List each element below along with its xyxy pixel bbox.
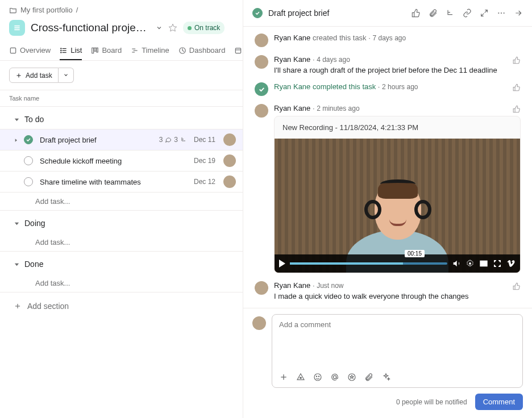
breadcrumb: My first portfolio /: [0, 0, 243, 14]
gear-icon[interactable]: [466, 259, 475, 268]
svg-point-31: [469, 262, 471, 265]
add-task-dropdown[interactable]: [59, 68, 74, 83]
close-panel-icon[interactable]: [514, 9, 523, 18]
like-icon[interactable]: [513, 282, 521, 292]
ai-icon[interactable]: [381, 373, 390, 382]
tab-dashboard[interactable]: Dashboard: [178, 43, 226, 60]
section-todo[interactable]: To do: [0, 107, 243, 129]
volume-icon[interactable]: [452, 259, 461, 268]
assignee-avatar[interactable]: [223, 175, 236, 188]
section-done[interactable]: Done: [0, 252, 243, 274]
comment-button[interactable]: Comment: [475, 394, 523, 410]
tab-overview[interactable]: Overview: [9, 43, 51, 60]
svg-point-37: [314, 374, 321, 381]
task-due: Dec 19: [192, 157, 215, 165]
attachment-icon[interactable]: [364, 373, 373, 382]
task-complete-check[interactable]: [24, 177, 33, 186]
assignee-avatar[interactable]: [223, 154, 236, 167]
like-icon[interactable]: [513, 56, 521, 66]
task-row-draft-brief[interactable]: Draft project brief 3 3 Dec 11: [0, 129, 243, 151]
avatar: [252, 316, 266, 330]
avatar[interactable]: [255, 34, 268, 47]
task-row-kickoff[interactable]: Schedule kickoff meeting Dec 19: [0, 150, 243, 172]
comment-icon: [165, 136, 172, 143]
task-complete-check[interactable]: [24, 135, 33, 144]
vimeo-icon[interactable]: [506, 259, 516, 268]
tab-timeline[interactable]: Timeline: [131, 43, 169, 60]
attachment-icon[interactable]: [429, 9, 438, 18]
subtask-icon[interactable]: [446, 9, 455, 18]
svg-point-40: [333, 375, 336, 378]
tab-list[interactable]: List: [60, 43, 82, 60]
status-dot-icon: [188, 26, 192, 30]
expand-icon[interactable]: [480, 9, 489, 18]
video-time: 00:15: [405, 250, 425, 257]
chevron-down-icon: [14, 261, 20, 267]
pip-icon[interactable]: [479, 259, 488, 268]
breadcrumb-sep: /: [76, 6, 78, 14]
avatar[interactable]: [255, 104, 268, 118]
add-section-button[interactable]: Add section: [0, 292, 243, 320]
detail-title[interactable]: Draft project brief: [268, 9, 406, 18]
avatar[interactable]: [255, 55, 268, 69]
status-pill[interactable]: On track: [183, 22, 225, 34]
fullscreen-icon[interactable]: [493, 259, 502, 268]
task-name: Schedule kickoff meeting: [38, 157, 187, 165]
svg-rect-11: [92, 48, 94, 53]
svg-point-8: [61, 48, 61, 48]
svg-point-39: [318, 376, 319, 377]
record-icon[interactable]: [296, 373, 305, 382]
tab-board[interactable]: Board: [91, 43, 122, 60]
like-icon[interactable]: [412, 9, 421, 18]
add-task-inline-done[interactable]: Add task...: [0, 274, 243, 292]
svg-marker-25: [15, 263, 19, 266]
svg-point-10: [61, 52, 61, 52]
expand-icon[interactable]: [14, 136, 19, 144]
plus-icon[interactable]: [279, 373, 288, 382]
task-due: Dec 11: [192, 136, 215, 144]
add-task-button[interactable]: Add task: [9, 68, 59, 83]
section-doing[interactable]: Doing: [0, 211, 243, 233]
project-title[interactable]: Cross-functional projec...: [31, 22, 150, 34]
project-icon[interactable]: [9, 20, 25, 36]
appreciation-icon[interactable]: [347, 373, 356, 382]
activity-comment-video: Ryan Kane · 2 minutes ago New Recording …: [255, 104, 521, 273]
link-icon[interactable]: [463, 9, 472, 18]
add-task-inline-doing[interactable]: Add task...: [0, 233, 243, 252]
video-title: New Recording - 11/18/2024, 4:21:33 PM: [275, 116, 520, 139]
notify-text: 0 people will be notified: [396, 398, 467, 406]
status-label: On track: [194, 24, 220, 32]
emoji-icon[interactable]: [313, 373, 322, 382]
task-name: Share timeline with teammates: [38, 178, 187, 186]
chevron-down-icon: [63, 72, 69, 78]
tab-calendar[interactable]: C: [234, 43, 243, 60]
video-attachment[interactable]: New Recording - 11/18/2024, 4:21:33 PM 0…: [274, 116, 521, 273]
chevron-down-icon: [14, 220, 20, 227]
task-meta: 3 3: [159, 136, 187, 144]
video-scrubber[interactable]: 00:15: [290, 262, 447, 265]
add-task-inline-todo[interactable]: Add task...: [0, 193, 243, 211]
mention-icon[interactable]: [330, 373, 339, 382]
svg-rect-4: [10, 48, 15, 53]
activity-comment-2: Ryan Kane · Just now I made a quick vide…: [255, 281, 521, 300]
more-icon[interactable]: [497, 9, 506, 18]
svg-point-30: [504, 12, 505, 14]
activity-created: Ryan Kane created this task · 7 days ago: [255, 34, 521, 47]
star-icon[interactable]: [168, 23, 177, 32]
subtask-icon: [180, 136, 187, 143]
like-icon[interactable]: [513, 83, 521, 93]
comment-input[interactable]: [279, 320, 516, 337]
task-row-share-timeline[interactable]: Share timeline with teammates Dec 12: [0, 171, 243, 193]
task-complete-check[interactable]: [24, 156, 33, 165]
play-icon[interactable]: [279, 260, 285, 267]
svg-rect-18: [236, 48, 241, 53]
task-name: Draft project brief: [38, 136, 155, 144]
like-icon[interactable]: [513, 105, 521, 115]
svg-marker-23: [15, 139, 17, 141]
avatar[interactable]: [255, 281, 268, 295]
assignee-avatar[interactable]: [223, 133, 236, 146]
detail-complete-check[interactable]: [252, 8, 263, 18]
svg-rect-33: [484, 264, 487, 265]
breadcrumb-portfolio[interactable]: My first portfolio: [20, 6, 73, 14]
chevron-down-icon[interactable]: [156, 24, 163, 31]
